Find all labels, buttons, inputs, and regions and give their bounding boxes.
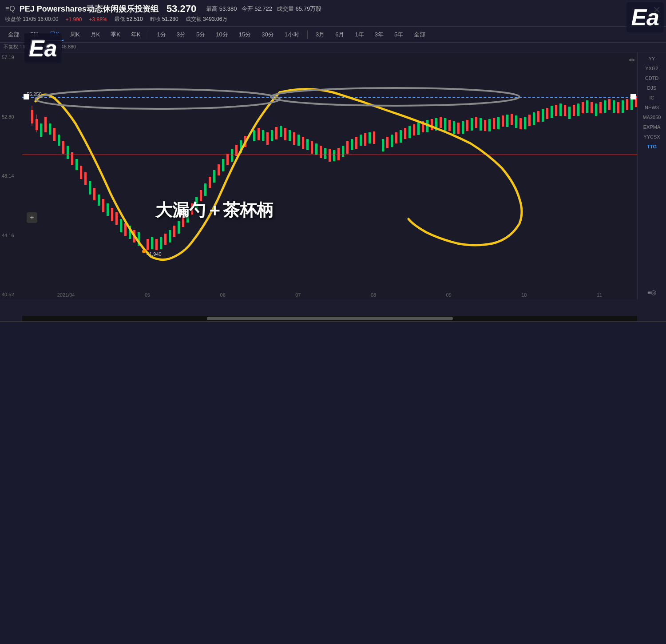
sidebar-cdtd[interactable]: CDTD [638,75,666,82]
sidebar-yy[interactable]: YY [638,55,666,62]
chart-header-1: ≡Q PEJ Powershares动态休闲娱乐投资组 53.270 最高 53… [0,0,666,27]
svg-rect-77 [364,133,366,146]
volume-label: 成交量 65.79万股 [277,5,321,13]
svg-rect-26 [129,226,131,239]
svg-rect-98 [462,121,464,134]
svg-rect-55 [266,132,269,145]
dot-marker-1 [142,250,146,253]
svg-rect-73 [346,141,349,154]
svg-rect-69 [329,149,331,162]
svg-rect-124 [577,103,579,116]
svg-rect-57 [275,127,278,139]
svg-rect-110 [515,115,517,128]
svg-rect-96 [453,121,455,134]
tab-1m[interactable]: 1分 [153,29,170,40]
sidebar-yxg2[interactable]: YXG2 [638,65,666,72]
svg-rect-113 [528,115,531,126]
svg-rect-101 [475,117,477,128]
svg-rect-71 [337,148,340,160]
price-level-5: 40.52 [2,292,20,297]
tab-3mo[interactable]: 3月 [311,29,329,40]
svg-rect-108 [506,115,508,127]
svg-rect-91 [431,119,433,130]
svg-rect-70 [333,150,335,161]
edit-icon[interactable]: ✏ [629,56,635,64]
price-low: 52.510 [127,16,143,22]
tab-5m[interactable]: 5分 [192,29,210,40]
svg-rect-20 [102,199,104,212]
tab-1h[interactable]: 1小时 [280,29,304,40]
dashed-line-1 [22,97,637,98]
svg-rect-88 [417,123,420,135]
svg-rect-47 [226,154,229,165]
sidebar-ma2050[interactable]: MA2050 [638,114,666,121]
svg-rect-9 [53,128,56,141]
svg-rect-27 [133,230,135,242]
svg-rect-31 [155,239,158,250]
svg-rect-74 [351,139,353,150]
svg-rect-133 [617,102,619,113]
plus-button-1[interactable]: + [27,212,37,223]
svg-rect-30 [151,237,153,249]
scrollbar-1[interactable] [22,316,637,321]
svg-rect-50 [240,140,242,153]
tab-15m[interactable]: 15分 [234,29,255,40]
scrollbar-thumb-1[interactable] [207,317,453,320]
svg-rect-109 [511,114,513,125]
price-open: 52.722 [254,5,272,12]
svg-rect-34 [169,230,171,242]
sidebar-expma[interactable]: EXPMA [638,123,666,131]
svg-rect-19 [98,195,100,206]
svg-rect-116 [542,109,544,122]
svg-rect-111 [519,118,522,129]
price-tag-low-1: 41.940 [147,251,162,257]
svg-rect-81 [386,137,388,148]
tab-weekk[interactable]: 周K [66,29,84,40]
tab-5y[interactable]: 5年 [390,29,408,40]
price-level-4: 44.16 [2,233,20,238]
svg-rect-87 [413,124,415,135]
sidebar-new3[interactable]: NEW3 [638,104,666,111]
tab-yeark[interactable]: 年K [127,29,145,40]
svg-rect-72 [342,146,344,157]
svg-rect-8 [49,123,51,135]
prev-close-label: 昨收 51.280 [150,16,178,23]
menu-icon[interactable]: ≡Q [5,5,15,13]
svg-rect-99 [466,120,468,131]
tab-6mo[interactable]: 6月 [331,29,349,40]
svg-rect-6 [40,123,42,137]
svg-rect-122 [568,107,571,119]
tab-seasonk[interactable]: 季K [106,29,125,40]
svg-rect-25 [124,223,127,236]
price-high: 53.380 [219,5,237,12]
svg-rect-28 [138,232,140,246]
price-low-label: 最低 52.510 [115,16,143,23]
svg-rect-46 [222,159,224,171]
sidebar-yycsx[interactable]: YYCSX [638,133,666,140]
svg-rect-44 [213,170,215,183]
svg-rect-126 [586,100,588,113]
tab-monthk[interactable]: 月K [86,29,105,40]
svg-rect-86 [408,126,411,138]
svg-rect-131 [608,99,610,110]
sidebar-settings[interactable]: ≡◎ [638,288,666,297]
tab-3m[interactable]: 3分 [172,29,190,40]
svg-rect-121 [564,105,566,116]
price-change-pct: +3.88% [89,16,107,23]
price-tag-high-1: 55.250 [27,91,42,97]
tab-10m[interactable]: 10分 [211,29,232,40]
tab-3y[interactable]: 3年 [370,29,388,40]
tab-all[interactable]: 全部 [4,29,24,40]
sidebar-ttg[interactable]: TTG [638,143,666,150]
sidebar-ic[interactable]: IC [638,94,666,101]
sidebar-djs[interactable]: DJS [638,84,666,91]
prev-close: 51.280 [162,16,178,22]
svg-rect-119 [555,105,557,116]
svg-rect-92 [435,118,437,131]
tab-all2[interactable]: 全部 [409,29,430,40]
svg-rect-58 [280,126,282,137]
svg-rect-33 [164,234,166,245]
svg-rect-12 [67,146,69,159]
tab-1y[interactable]: 1年 [350,29,368,40]
tab-30m[interactable]: 30分 [257,29,278,40]
